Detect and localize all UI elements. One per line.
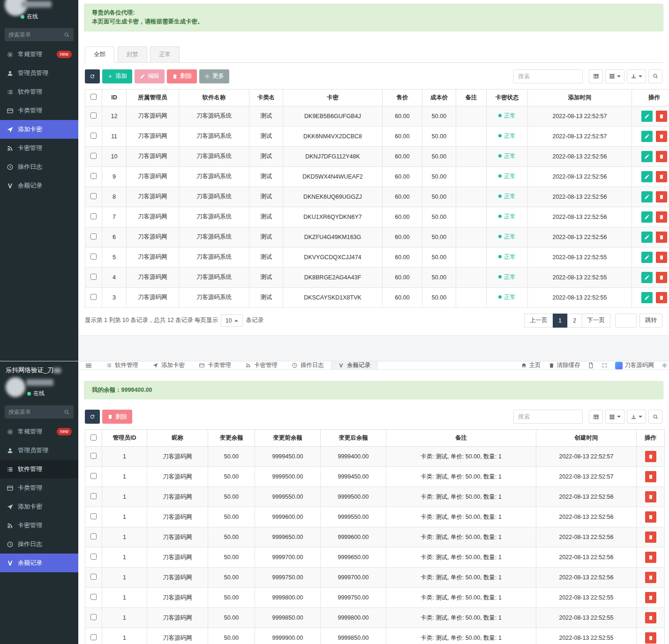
navbar-tab[interactable]: 卡密管理	[238, 361, 285, 369]
row-delete-button[interactable]	[656, 171, 667, 182]
sidebar-item[interactable]: 余额记录	[0, 554, 78, 572]
row-delete-button[interactable]	[645, 592, 656, 603]
sidebar-item[interactable]: 卡密管理	[0, 516, 78, 535]
row-checkbox[interactable]	[90, 294, 97, 300]
row-checkbox[interactable]	[90, 453, 97, 459]
row-checkbox[interactable]	[90, 594, 97, 600]
row-delete-button[interactable]	[656, 232, 667, 243]
row-edit-button[interactable]	[641, 111, 653, 122]
page-number-button[interactable]: 2	[567, 314, 582, 328]
table-search-input[interactable]	[513, 410, 583, 424]
row-edit-button[interactable]	[641, 232, 653, 243]
columns-dropdown-button[interactable]	[605, 69, 624, 83]
sidebar-item[interactable]: 卡密管理	[0, 139, 78, 157]
delete-button[interactable]: 删除	[102, 410, 132, 424]
row-checkbox[interactable]	[90, 513, 97, 519]
row-delete-button[interactable]	[645, 572, 656, 583]
per-page-select[interactable]: 10	[221, 315, 243, 327]
row-checkbox[interactable]	[90, 133, 97, 139]
table-search-input[interactable]	[513, 69, 583, 83]
search-icon[interactable]	[64, 409, 70, 415]
row-checkbox[interactable]	[90, 193, 97, 199]
row-edit-button[interactable]	[641, 131, 653, 142]
row-delete-button[interactable]	[656, 272, 667, 283]
row-delete-button[interactable]	[656, 211, 667, 223]
row-delete-button[interactable]	[645, 552, 656, 563]
sidebar-item[interactable]: 软件管理	[0, 82, 78, 101]
row-checkbox[interactable]	[90, 274, 97, 280]
jump-button[interactable]: 跳转	[639, 314, 662, 328]
navbar-tab[interactable]: 操作日志	[285, 361, 331, 369]
page-number-button[interactable]: 1	[553, 314, 568, 328]
row-delete-button[interactable]	[656, 252, 667, 263]
row-delete-button[interactable]	[645, 532, 656, 543]
sidebar-item[interactable]: 操作日志	[0, 157, 78, 176]
select-all-checkbox[interactable]	[90, 94, 97, 100]
edit-button[interactable]: 编辑	[135, 69, 165, 83]
row-edit-button[interactable]	[641, 211, 653, 223]
row-checkbox[interactable]	[90, 254, 97, 260]
row-checkbox[interactable]	[90, 233, 97, 240]
filter-tab[interactable]: 正常	[150, 46, 180, 62]
row-delete-button[interactable]	[656, 292, 667, 303]
sidebar-item[interactable]: 卡类管理	[0, 101, 78, 120]
refresh-button[interactable]	[85, 69, 100, 83]
search-toggle-button[interactable]	[648, 69, 662, 83]
row-checkbox[interactable]	[90, 213, 97, 219]
doc-button[interactable]	[588, 362, 594, 368]
next-page-button[interactable]: 下一页	[582, 314, 611, 328]
sidebar-item[interactable]: 常规管理 new	[0, 45, 78, 64]
row-delete-button[interactable]	[656, 191, 667, 202]
row-delete-button[interactable]	[645, 511, 656, 523]
export-dropdown-button[interactable]	[627, 69, 646, 83]
sidebar-item[interactable]: 管理员管理	[0, 64, 78, 82]
navbar-tab[interactable]: 软件管理	[99, 361, 145, 369]
row-checkbox[interactable]	[90, 634, 97, 640]
sidebar-toggle-button[interactable]	[78, 361, 99, 369]
row-edit-button[interactable]	[641, 171, 653, 182]
refresh-button[interactable]	[85, 410, 100, 424]
row-edit-button[interactable]	[641, 191, 653, 202]
row-delete-button[interactable]	[645, 471, 656, 482]
row-delete-button[interactable]	[645, 612, 656, 623]
toggle-view-button[interactable]	[589, 410, 603, 424]
row-checkbox[interactable]	[90, 473, 97, 479]
sidebar-item[interactable]: 卡类管理	[0, 479, 78, 497]
search-toggle-button[interactable]	[648, 410, 662, 424]
sidebar-item[interactable]: 常规管理 new	[0, 422, 78, 441]
sidebar-item[interactable]: 添加卡密	[0, 120, 78, 139]
clear-cache-link[interactable]: 清除缓存	[549, 361, 580, 369]
row-delete-button[interactable]	[645, 632, 656, 644]
add-button[interactable]: 添加	[102, 69, 132, 83]
home-link[interactable]: 主页	[521, 361, 541, 369]
sidebar-item[interactable]: 操作日志	[0, 535, 78, 554]
navbar-tab[interactable]: 卡类管理	[192, 361, 238, 369]
row-checkbox[interactable]	[90, 554, 97, 560]
sidebar-search-input[interactable]	[8, 31, 64, 38]
row-edit-button[interactable]	[641, 151, 653, 162]
sidebar-search-input[interactable]	[8, 409, 64, 415]
sidebar-item[interactable]: 余额记录	[0, 176, 78, 195]
delete-button[interactable]: 删除	[167, 69, 197, 83]
row-checkbox[interactable]	[90, 112, 97, 119]
row-checkbox[interactable]	[90, 493, 97, 499]
row-checkbox[interactable]	[90, 173, 97, 179]
navbar-tab[interactable]: 添加卡密	[145, 361, 192, 369]
brand-link[interactable]: 刀客源码网	[615, 361, 654, 369]
settings-button[interactable]	[661, 362, 668, 368]
navbar-tab[interactable]: 余额记录	[331, 361, 377, 369]
export-dropdown-button[interactable]	[627, 410, 646, 424]
toggle-view-button[interactable]	[589, 69, 603, 83]
columns-dropdown-button[interactable]	[605, 410, 624, 424]
select-all-checkbox[interactable]	[90, 434, 97, 441]
row-delete-button[interactable]	[656, 131, 667, 142]
row-delete-button[interactable]	[656, 151, 667, 162]
row-edit-button[interactable]	[641, 292, 653, 303]
sidebar-item[interactable]: 添加卡密	[0, 497, 78, 516]
jump-page-input[interactable]	[615, 314, 637, 328]
row-delete-button[interactable]	[645, 491, 656, 502]
row-edit-button[interactable]	[641, 252, 653, 263]
filter-tab[interactable]: 封禁	[118, 46, 147, 62]
sidebar-item[interactable]: 软件管理	[0, 460, 78, 479]
filter-tab[interactable]: 全部	[85, 46, 114, 63]
